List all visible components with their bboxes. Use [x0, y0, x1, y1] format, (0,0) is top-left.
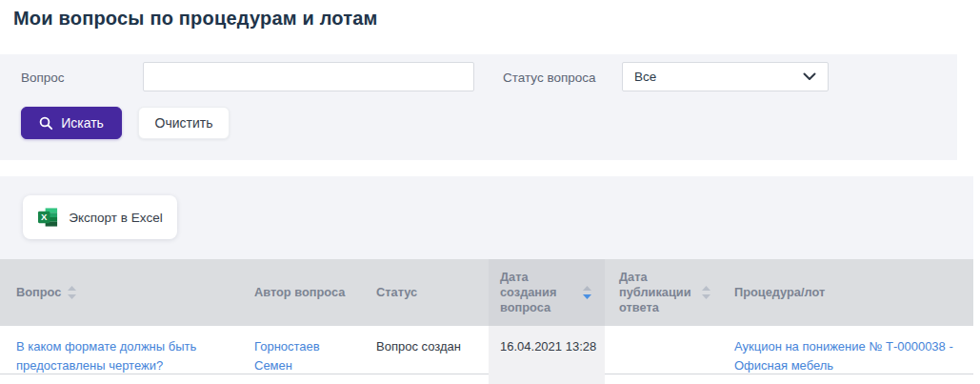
status-cell: Вопрос создан	[362, 326, 489, 375]
column-header-label: Дата создания вопроса	[500, 270, 576, 315]
answer-date-cell	[605, 326, 724, 375]
column-header-label: Вопрос	[16, 285, 61, 300]
column-header-answer-date[interactable]: Дата публикации ответа	[605, 259, 724, 326]
excel-icon: X	[37, 207, 59, 228]
column-header-label: Статус	[376, 285, 417, 300]
procedure-cell: Аукцион на понижение № Т-0000038 - Офисн…	[724, 326, 973, 375]
status-select-value: Все	[634, 70, 803, 84]
page-title: Мои вопросы по процедурам и лотам	[13, 8, 378, 30]
search-button-label: Искать	[61, 115, 104, 131]
sort-desc-active-icon	[583, 286, 591, 299]
status-filter-label: Статус вопроса	[503, 71, 596, 85]
sort-icon	[702, 286, 710, 299]
export-excel-button[interactable]: X Экспорт в Excel	[23, 195, 177, 239]
column-header-label: Автор вопроса	[254, 285, 345, 300]
clear-button-label: Очистить	[155, 115, 213, 131]
column-header-question[interactable]: Вопрос	[0, 259, 241, 326]
question-filter-input[interactable]	[143, 62, 474, 91]
column-header-label: Процедура/лот	[734, 285, 825, 300]
chevron-down-icon	[803, 72, 816, 81]
filter-panel: Вопрос Статус вопроса Все Искать Очистит…	[0, 54, 957, 160]
column-header-status: Статус	[362, 259, 489, 326]
sort-icon	[68, 286, 76, 299]
question-filter-label: Вопрос	[21, 71, 65, 85]
clear-button[interactable]: Очистить	[138, 107, 230, 139]
next-row-sliver	[0, 374, 973, 384]
author-link[interactable]: Горностаев Семен	[254, 339, 320, 373]
procedure-link[interactable]: Аукцион на понижение № Т-0000038 - Офисн…	[734, 339, 953, 373]
table-header-row: Вопрос Автор вопроса Статус Дата создани…	[0, 259, 973, 326]
questions-table: Вопрос Автор вопроса Статус Дата создани…	[0, 259, 973, 384]
column-header-procedure: Процедура/лот	[724, 259, 973, 326]
column-header-author: Автор вопроса	[241, 259, 362, 326]
export-excel-label: Экспорт в Excel	[69, 211, 162, 225]
search-icon	[39, 116, 53, 131]
my-questions-page: { "page": { "title": "Мои вопросы по про…	[0, 0, 980, 384]
results-panel: X Экспорт в Excel Вопрос Автор вопроса С…	[0, 176, 973, 384]
question-cell: В каком формате должны быть предоставлен…	[0, 326, 241, 375]
created-date-cell: 16.04.2021 13:28	[489, 326, 605, 375]
author-cell: Горностаев Семен	[241, 326, 362, 375]
column-header-created-date[interactable]: Дата создания вопроса	[489, 259, 605, 326]
svg-text:X: X	[41, 212, 48, 222]
table-row: В каком формате должны быть предоставлен…	[0, 326, 973, 374]
column-header-label: Дата публикации ответа	[619, 270, 695, 315]
question-link[interactable]: В каком формате должны быть предоставлен…	[16, 339, 196, 373]
status-select[interactable]: Все	[622, 62, 829, 91]
search-button[interactable]: Искать	[21, 107, 122, 139]
